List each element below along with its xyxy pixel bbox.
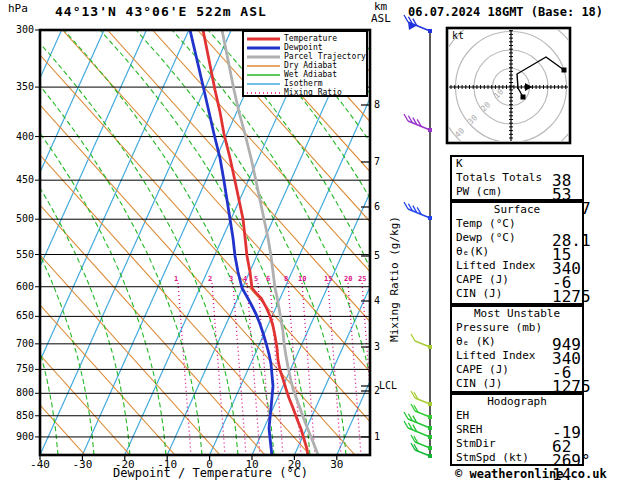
pressure-tick-label: 500	[8, 214, 34, 224]
pressure-tick-label: 700	[8, 339, 34, 349]
mixing-ratio-value-label: 2	[208, 276, 212, 283]
km-tick-label: 7	[374, 157, 380, 167]
stat-row: CAPE (J)1275	[452, 363, 582, 377]
km-tick-label: 8	[374, 100, 380, 110]
pressure-tick-label: 650	[8, 311, 34, 321]
stat-row: Lifted Index-6	[452, 349, 582, 363]
hodograph-unit-label: kt	[452, 31, 464, 41]
copyright-text: © weatheronline.co.uk	[455, 469, 607, 479]
mixing-ratio-value-label: 20	[344, 276, 352, 283]
wind-barb	[404, 15, 432, 33]
mixing-ratio-value-label: 25	[358, 276, 366, 283]
temp-tick-label: 30	[322, 459, 352, 470]
hodograph-ring-label: 40	[453, 126, 466, 139]
temp-tick-label: 0	[195, 459, 225, 470]
stat-row: K38	[452, 157, 582, 171]
stat-label: Lifted Index	[452, 259, 582, 273]
stat-label: SREH	[452, 423, 582, 437]
legend-label: Dewpoint	[284, 44, 323, 52]
stats-panel-header: Surface	[452, 203, 582, 217]
stat-label: StmDir	[452, 437, 582, 451]
stat-row: Temp (°C)28.1	[452, 217, 582, 231]
wind-barb-dot	[428, 128, 432, 132]
legend-swatch-mixing-ratio	[247, 89, 280, 97]
stat-row: EH-19	[452, 409, 582, 423]
stat-row: Lifted Index-6	[452, 259, 582, 273]
stat-label: θₑ(K)	[452, 245, 582, 259]
mixing-ratio-value-label: 15	[324, 276, 332, 283]
stats-panel-header: Most Unstable	[452, 307, 582, 321]
km-tick-label: 6	[374, 202, 380, 212]
pressure-tick-label: 400	[8, 132, 34, 142]
legend-row: Dewpoint	[244, 43, 366, 52]
mixing-ratio-value-label: 3	[229, 276, 233, 283]
stat-row: CAPE (J)1275	[452, 273, 582, 287]
km-tick-label: 3	[374, 342, 380, 352]
stat-label: StmSpd (kt)	[452, 451, 582, 465]
lcl-label: LCL	[379, 381, 397, 391]
stat-row: StmSpd (kt)14	[452, 451, 582, 465]
mixing-ratio-value-label: 10	[298, 276, 306, 283]
mixing-ratio-axis-label: Mixing Ratio (g/kg)	[390, 214, 400, 344]
stat-row: PW (cm)3.27	[452, 185, 582, 199]
stat-label: Temp (°C)	[452, 217, 582, 231]
stat-label: θₑ (K)	[452, 335, 582, 349]
stat-label: PW (cm)	[452, 185, 582, 199]
pressure-tick-label: 350	[8, 82, 34, 92]
stat-label: CIN (J)	[452, 287, 582, 301]
legend-swatch-wet-adiabat	[247, 71, 280, 79]
legend-label: Temperature	[284, 35, 337, 43]
wind-barb-dot	[428, 216, 432, 220]
hodograph-trace	[517, 57, 564, 97]
legend-row: Dry Adiabat	[244, 61, 366, 70]
km-tick-label: 5	[374, 251, 380, 261]
legend-swatch-dry-adiabat	[247, 62, 280, 70]
hodograph-ring-label: 30	[466, 113, 479, 126]
stat-value: 14	[552, 465, 571, 484]
stat-label: CIN (J)	[452, 377, 582, 391]
stat-row: StmDir269°	[452, 437, 582, 451]
pressure-tick-label: 800	[8, 388, 34, 398]
legend-swatch-dewpoint	[247, 44, 280, 52]
stat-row: CIN (J)0	[452, 287, 582, 301]
wind-barb-dot	[428, 435, 432, 439]
stat-row: CIN (J)0	[452, 377, 582, 391]
mixing-ratio-value-label: 6	[266, 276, 270, 283]
stat-row: θₑ(K)340	[452, 245, 582, 259]
legend-row: Mixing Ratio	[244, 88, 366, 97]
stats-panel-header: Hodograph	[452, 395, 582, 409]
stat-label: K	[452, 157, 582, 171]
pressure-tick-label: 300	[8, 25, 34, 35]
wet-adiabat-line	[28, 30, 238, 455]
legend-row: Temperature	[244, 34, 366, 43]
legend-row: Parcel Trajectory	[244, 52, 366, 61]
storm-motion-arrow	[525, 83, 532, 91]
wind-barb-dot	[428, 29, 432, 33]
stats-panel: K38Totals Totals53PW (cm)3.27	[450, 155, 584, 201]
wind-barb-dot	[428, 402, 432, 406]
wind-barb	[404, 114, 432, 132]
stat-label: CAPE (J)	[452, 273, 582, 287]
km-tick-label: 4	[374, 296, 380, 306]
wind-barb	[411, 391, 432, 406]
legend: TemperatureDewpointParcel TrajectoryDry …	[242, 30, 368, 97]
legend-label: Dry Adiabat	[284, 62, 337, 70]
skewt-sounding-page: hPa 44°13'N 43°06'E 522m ASL km ASL 06.0…	[0, 0, 629, 486]
legend-swatch-parcel-trajectory	[247, 53, 280, 61]
temp-tick-label: -10	[152, 459, 182, 470]
stats-panel-most-unstable: Most UnstablePressure (mb)949θₑ (K)340Li…	[450, 305, 584, 393]
temp-tick-label: 20	[279, 459, 309, 470]
legend-swatch-isotherm	[247, 80, 280, 88]
hodograph-marker	[521, 95, 526, 100]
hodograph-marker	[562, 68, 567, 73]
mixing-ratio-value-label: 5	[254, 276, 258, 283]
mixing-ratio-value-label: 8	[284, 276, 288, 283]
legend-row: Isotherm	[244, 79, 366, 88]
km-tick-label: 2	[374, 386, 380, 396]
temp-tick-label: -40	[25, 459, 55, 470]
wind-barb	[404, 202, 432, 220]
pressure-tick-label: 750	[8, 364, 34, 374]
km-tick-label: 1	[374, 432, 380, 442]
temp-tick-label: 10	[237, 459, 267, 470]
temp-tick-label: -20	[110, 459, 140, 470]
